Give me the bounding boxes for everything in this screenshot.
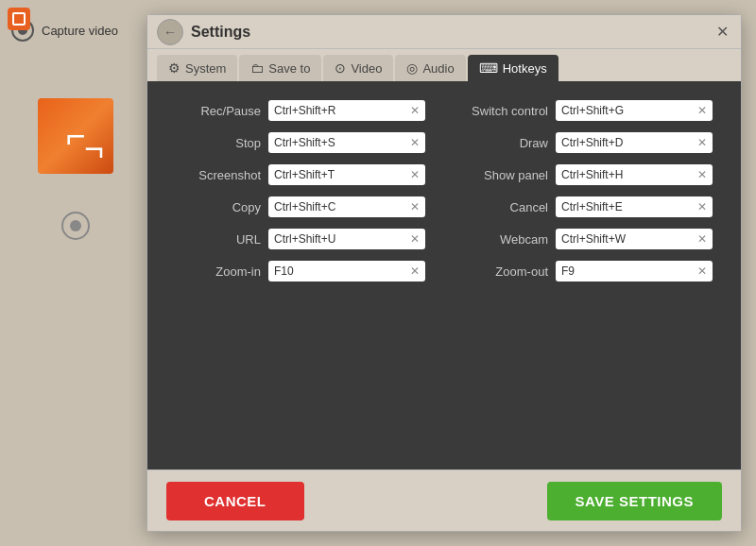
hotkey-value: F9 <box>561 264 694 278</box>
hotkey-label: Show panel <box>463 168 548 182</box>
hotkey-input-wrap: Ctrl+Shift+G ✕ <box>556 100 713 121</box>
hotkey-clear-button[interactable]: ✕ <box>697 264 707 278</box>
hotkey-row-left-4: URL Ctrl+Shift+U ✕ <box>176 229 425 249</box>
hotkey-input-wrap: F10 ✕ <box>268 261 425 282</box>
tab-saveto[interactable]: 🗀 Save to <box>239 55 321 81</box>
hotkey-label: Switch control <box>463 104 548 118</box>
hotkey-row-left-5: Zoom-in F10 ✕ <box>176 261 425 282</box>
hotkey-label: Cancel <box>463 200 548 214</box>
hotkey-input-wrap: Ctrl+Shift+W ✕ <box>556 229 713 249</box>
settings-tabs: ⚙ System 🗀 Save to ⊙ Video ◎ Audio ⌨ Hot… <box>147 49 741 81</box>
dialog-title: Settings <box>191 24 250 41</box>
hotkey-clear-button[interactable]: ✕ <box>410 200 420 213</box>
hotkey-clear-button[interactable]: ✕ <box>697 200 707 213</box>
saveto-icon: 🗀 <box>250 60 264 76</box>
hotkey-label: Copy <box>176 200 261 214</box>
hotkey-label: Screenshot <box>176 168 261 182</box>
hotkey-clear-button[interactable]: ✕ <box>410 104 420 117</box>
hotkey-label: Draw <box>463 136 548 150</box>
hotkey-row-right-4: Webcam Ctrl+Shift+W ✕ <box>463 229 713 249</box>
hotkey-label: URL <box>176 232 261 247</box>
hotkey-input-wrap: Ctrl+Shift+U ✕ <box>268 229 425 249</box>
hotkey-value: Ctrl+Shift+E <box>561 200 694 213</box>
hotkey-value: Ctrl+Shift+S <box>274 136 406 149</box>
hotkey-input-wrap: Ctrl+Shift+E ✕ <box>556 196 713 217</box>
hotkey-value: Ctrl+Shift+U <box>274 232 406 246</box>
back-arrow-icon: ← <box>163 25 177 40</box>
dialog-title-left: ← Settings <box>157 19 250 45</box>
hotkey-input-wrap: Ctrl+Shift+C ✕ <box>268 196 425 217</box>
hotkey-row-left-2: Screenshot Ctrl+Shift+T ✕ <box>176 164 425 185</box>
hotkey-input-wrap: Ctrl+Shift+D ✕ <box>556 132 713 153</box>
hotkey-row-right-0: Switch control Ctrl+Shift+G ✕ <box>463 100 713 121</box>
audio-icon: ◎ <box>406 60 418 76</box>
save-settings-button[interactable]: SAVE SETTINGS <box>547 482 722 520</box>
hotkey-clear-button[interactable]: ✕ <box>410 232 420 246</box>
sidebar-record-button[interactable] <box>61 212 90 240</box>
hotkey-label: Rec/Pause <box>176 104 261 118</box>
hotkey-row-left-1: Stop Ctrl+Shift+S ✕ <box>176 132 425 153</box>
dialog-titlebar: ← Settings ✕ <box>147 15 741 49</box>
system-icon: ⚙ <box>168 60 180 76</box>
close-button[interactable]: ✕ <box>713 23 731 42</box>
hotkey-value: Ctrl+Shift+T <box>274 168 406 181</box>
hotkeys-grid: Rec/Pause Ctrl+Shift+R ✕ Switch control … <box>176 100 713 282</box>
hotkey-row-right-1: Draw Ctrl+Shift+D ✕ <box>463 132 713 153</box>
hotkey-value: Ctrl+Shift+W <box>561 232 694 246</box>
hotkey-clear-button[interactable]: ✕ <box>697 232 707 246</box>
hotkey-row-right-3: Cancel Ctrl+Shift+E ✕ <box>463 196 713 217</box>
hotkey-row-left-3: Copy Ctrl+Shift+C ✕ <box>176 196 425 217</box>
hotkey-label: Webcam <box>463 232 548 247</box>
hotkey-row-right-2: Show panel Ctrl+Shift+H ✕ <box>463 164 713 185</box>
capture-text: Capture video <box>42 24 118 38</box>
hotkey-clear-button[interactable]: ✕ <box>410 264 420 278</box>
hotkey-row-right-5: Zoom-out F9 ✕ <box>463 261 713 282</box>
hotkeys-icon: ⌨ <box>479 60 498 76</box>
tab-saveto-label: Save to <box>268 61 310 76</box>
cancel-button[interactable]: CANCEL <box>166 482 304 520</box>
settings-dialog: ← Settings ✕ ⚙ System 🗀 Save to ⊙ Video … <box>146 14 742 532</box>
hotkey-input-wrap: Ctrl+Shift+H ✕ <box>556 164 713 185</box>
tab-hotkeys[interactable]: ⌨ Hotkeys <box>468 55 558 81</box>
hotkey-value: Ctrl+Shift+D <box>561 136 694 149</box>
tab-video-label: Video <box>351 61 382 76</box>
hotkeys-content: Rec/Pause Ctrl+Shift+R ✕ Switch control … <box>147 81 741 469</box>
app-icon <box>8 8 30 30</box>
tab-audio[interactable]: ◎ Audio <box>395 55 465 81</box>
hotkey-input-wrap: Ctrl+Shift+T ✕ <box>268 164 425 185</box>
hotkey-input-wrap: F9 ✕ <box>556 261 713 282</box>
hotkey-clear-button[interactable]: ✕ <box>410 136 420 149</box>
hotkey-value: Ctrl+Shift+R <box>274 104 406 117</box>
hotkey-row-left-0: Rec/Pause Ctrl+Shift+R ✕ <box>176 100 425 121</box>
back-button[interactable]: ← <box>157 19 183 45</box>
hotkey-value: Ctrl+Shift+C <box>274 200 406 213</box>
hotkey-value: Ctrl+Shift+G <box>561 104 694 117</box>
hotkey-label: Stop <box>176 136 261 150</box>
tab-system[interactable]: ⚙ System <box>157 55 237 81</box>
hotkey-value: Ctrl+Shift+H <box>561 168 694 181</box>
hotkey-input-wrap: Ctrl+Shift+S ✕ <box>268 132 425 153</box>
tab-hotkeys-label: Hotkeys <box>503 61 547 76</box>
hotkey-clear-button[interactable]: ✕ <box>697 104 707 117</box>
hotkey-input-wrap: Ctrl+Shift+R ✕ <box>268 100 425 121</box>
sidebar-thumbnail: ⌐ ¬ <box>38 98 113 174</box>
left-sidebar: Capture video ⌐ ¬ <box>0 0 151 546</box>
dialog-footer: CANCEL SAVE SETTINGS <box>147 469 741 531</box>
tab-video[interactable]: ⊙ Video <box>323 55 393 81</box>
hotkey-label: Zoom-out <box>463 264 548 279</box>
hotkey-label: Zoom-in <box>176 264 261 279</box>
hotkey-value: F10 <box>274 264 406 278</box>
hotkey-clear-button[interactable]: ✕ <box>697 168 707 181</box>
video-icon: ⊙ <box>335 60 346 76</box>
tab-audio-label: Audio <box>422 61 454 76</box>
hotkey-clear-button[interactable]: ✕ <box>410 168 420 181</box>
hotkey-clear-button[interactable]: ✕ <box>697 136 707 149</box>
tab-system-label: System <box>185 61 226 76</box>
